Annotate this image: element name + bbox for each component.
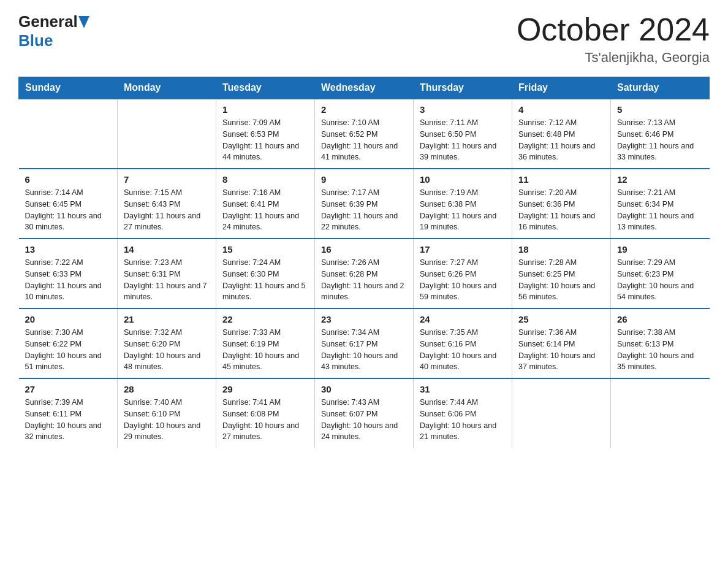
col-monday: Monday xyxy=(118,77,216,99)
day-info: Sunrise: 7:27 AM Sunset: 6:26 PM Dayligh… xyxy=(420,257,506,303)
day-info: Sunrise: 7:40 AM Sunset: 6:10 PM Dayligh… xyxy=(124,397,210,443)
day-info: Sunrise: 7:10 AM Sunset: 6:52 PM Dayligh… xyxy=(321,117,407,163)
logo-arrow-icon xyxy=(78,16,89,28)
cell-week3-day6: 26Sunrise: 7:38 AM Sunset: 6:13 PM Dayli… xyxy=(611,308,710,378)
day-number: 1 xyxy=(222,104,308,115)
day-number: 27 xyxy=(25,384,112,394)
cell-week3-day3: 23Sunrise: 7:34 AM Sunset: 6:17 PM Dayli… xyxy=(315,308,414,378)
col-tuesday: Tuesday xyxy=(216,77,315,99)
cell-week0-day6: 5Sunrise: 7:13 AM Sunset: 6:46 PM Daylig… xyxy=(611,99,710,169)
day-number: 11 xyxy=(518,174,604,185)
day-number: 15 xyxy=(222,244,308,255)
day-number: 19 xyxy=(617,244,703,255)
day-info: Sunrise: 7:41 AM Sunset: 6:08 PM Dayligh… xyxy=(222,397,308,443)
cell-week4-day0: 27Sunrise: 7:39 AM Sunset: 6:11 PM Dayli… xyxy=(19,378,118,448)
col-thursday: Thursday xyxy=(414,77,512,99)
day-number: 8 xyxy=(222,174,308,185)
day-number: 4 xyxy=(518,104,604,115)
calendar-body: 1Sunrise: 7:09 AM Sunset: 6:53 PM Daylig… xyxy=(19,99,710,448)
day-info: Sunrise: 7:33 AM Sunset: 6:19 PM Dayligh… xyxy=(222,327,308,373)
col-saturday: Saturday xyxy=(611,77,710,99)
cell-week2-day5: 18Sunrise: 7:28 AM Sunset: 6:25 PM Dayli… xyxy=(512,239,611,308)
col-wednesday: Wednesday xyxy=(315,77,414,99)
cell-week2-day0: 13Sunrise: 7:22 AM Sunset: 6:33 PM Dayli… xyxy=(19,239,118,308)
cell-week2-day6: 19Sunrise: 7:29 AM Sunset: 6:23 PM Dayli… xyxy=(611,239,710,308)
week-row-0: 1Sunrise: 7:09 AM Sunset: 6:53 PM Daylig… xyxy=(19,99,710,169)
cell-week0-day4: 3Sunrise: 7:11 AM Sunset: 6:50 PM Daylig… xyxy=(414,99,512,169)
day-number: 26 xyxy=(617,314,703,324)
day-info: Sunrise: 7:22 AM Sunset: 6:33 PM Dayligh… xyxy=(25,257,112,303)
cell-week4-day1: 28Sunrise: 7:40 AM Sunset: 6:10 PM Dayli… xyxy=(118,378,216,448)
day-number: 7 xyxy=(124,174,210,185)
cell-week3-day2: 22Sunrise: 7:33 AM Sunset: 6:19 PM Dayli… xyxy=(216,308,315,378)
day-info: Sunrise: 7:43 AM Sunset: 6:07 PM Dayligh… xyxy=(321,397,407,443)
cell-week4-day2: 29Sunrise: 7:41 AM Sunset: 6:08 PM Dayli… xyxy=(216,378,315,448)
day-info: Sunrise: 7:35 AM Sunset: 6:16 PM Dayligh… xyxy=(420,327,506,373)
col-sunday: Sunday xyxy=(19,77,118,99)
day-info: Sunrise: 7:17 AM Sunset: 6:39 PM Dayligh… xyxy=(321,187,407,233)
day-number: 5 xyxy=(617,104,703,115)
day-number: 16 xyxy=(321,244,407,255)
cell-week2-day3: 16Sunrise: 7:26 AM Sunset: 6:28 PM Dayli… xyxy=(315,239,414,308)
day-info: Sunrise: 7:30 AM Sunset: 6:22 PM Dayligh… xyxy=(25,327,112,373)
cell-week1-day2: 8Sunrise: 7:16 AM Sunset: 6:41 PM Daylig… xyxy=(216,169,315,239)
cell-week0-day1 xyxy=(118,99,216,169)
day-number: 6 xyxy=(25,174,112,185)
cell-week2-day2: 15Sunrise: 7:24 AM Sunset: 6:30 PM Dayli… xyxy=(216,239,315,308)
cell-week3-day5: 25Sunrise: 7:36 AM Sunset: 6:14 PM Dayli… xyxy=(512,308,611,378)
month-title: October 2024 xyxy=(517,12,710,47)
day-number: 20 xyxy=(25,314,112,324)
day-number: 12 xyxy=(617,174,703,185)
cell-week3-day4: 24Sunrise: 7:35 AM Sunset: 6:16 PM Dayli… xyxy=(414,308,512,378)
day-number: 28 xyxy=(124,384,210,394)
day-info: Sunrise: 7:23 AM Sunset: 6:31 PM Dayligh… xyxy=(124,257,210,303)
day-info: Sunrise: 7:24 AM Sunset: 6:30 PM Dayligh… xyxy=(222,257,308,303)
day-info: Sunrise: 7:38 AM Sunset: 6:13 PM Dayligh… xyxy=(617,327,703,373)
cell-week0-day2: 1Sunrise: 7:09 AM Sunset: 6:53 PM Daylig… xyxy=(216,99,315,169)
day-info: Sunrise: 7:11 AM Sunset: 6:50 PM Dayligh… xyxy=(420,117,506,163)
cell-week3-day1: 21Sunrise: 7:32 AM Sunset: 6:20 PM Dayli… xyxy=(118,308,216,378)
col-friday: Friday xyxy=(512,77,611,99)
logo-general-text: General xyxy=(18,12,78,31)
day-info: Sunrise: 7:34 AM Sunset: 6:17 PM Dayligh… xyxy=(321,327,407,373)
day-info: Sunrise: 7:44 AM Sunset: 6:06 PM Dayligh… xyxy=(420,397,506,443)
day-info: Sunrise: 7:21 AM Sunset: 6:34 PM Dayligh… xyxy=(617,187,703,233)
day-number: 25 xyxy=(518,314,604,324)
logo: General Blue xyxy=(18,12,89,50)
header-row: Sunday Monday Tuesday Wednesday Thursday… xyxy=(19,77,710,99)
cell-week4-day6 xyxy=(611,378,710,448)
cell-week1-day0: 6Sunrise: 7:14 AM Sunset: 6:45 PM Daylig… xyxy=(19,169,118,239)
day-info: Sunrise: 7:20 AM Sunset: 6:36 PM Dayligh… xyxy=(518,187,604,233)
day-number: 9 xyxy=(321,174,407,185)
calendar-table: Sunday Monday Tuesday Wednesday Thursday… xyxy=(18,77,710,448)
cell-week2-day1: 14Sunrise: 7:23 AM Sunset: 6:31 PM Dayli… xyxy=(118,239,216,308)
week-row-4: 27Sunrise: 7:39 AM Sunset: 6:11 PM Dayli… xyxy=(19,378,710,448)
cell-week4-day4: 31Sunrise: 7:44 AM Sunset: 6:06 PM Dayli… xyxy=(414,378,512,448)
day-info: Sunrise: 7:14 AM Sunset: 6:45 PM Dayligh… xyxy=(25,187,112,233)
day-number: 22 xyxy=(222,314,308,324)
logo-blue-text: Blue xyxy=(18,31,53,50)
day-info: Sunrise: 7:09 AM Sunset: 6:53 PM Dayligh… xyxy=(222,117,308,163)
week-row-1: 6Sunrise: 7:14 AM Sunset: 6:45 PM Daylig… xyxy=(19,169,710,239)
day-number: 3 xyxy=(420,104,506,115)
day-info: Sunrise: 7:13 AM Sunset: 6:46 PM Dayligh… xyxy=(617,117,703,163)
day-number: 24 xyxy=(420,314,506,324)
day-info: Sunrise: 7:19 AM Sunset: 6:38 PM Dayligh… xyxy=(420,187,506,233)
day-number: 10 xyxy=(420,174,506,185)
cell-week0-day0 xyxy=(19,99,118,169)
day-number: 29 xyxy=(222,384,308,394)
day-number: 23 xyxy=(321,314,407,324)
cell-week0-day5: 4Sunrise: 7:12 AM Sunset: 6:48 PM Daylig… xyxy=(512,99,611,169)
cell-week2-day4: 17Sunrise: 7:27 AM Sunset: 6:26 PM Dayli… xyxy=(414,239,512,308)
day-number: 2 xyxy=(321,104,407,115)
day-info: Sunrise: 7:16 AM Sunset: 6:41 PM Dayligh… xyxy=(222,187,308,233)
location-text: Ts'alenjikha, Georgia xyxy=(517,50,710,66)
day-info: Sunrise: 7:28 AM Sunset: 6:25 PM Dayligh… xyxy=(518,257,604,303)
cell-week0-day3: 2Sunrise: 7:10 AM Sunset: 6:52 PM Daylig… xyxy=(315,99,414,169)
cell-week1-day6: 12Sunrise: 7:21 AM Sunset: 6:34 PM Dayli… xyxy=(611,169,710,239)
cell-week1-day3: 9Sunrise: 7:17 AM Sunset: 6:39 PM Daylig… xyxy=(315,169,414,239)
day-info: Sunrise: 7:12 AM Sunset: 6:48 PM Dayligh… xyxy=(518,117,604,163)
day-number: 14 xyxy=(124,244,210,255)
title-block: October 2024 Ts'alenjikha, Georgia xyxy=(517,12,710,66)
cell-week3-day0: 20Sunrise: 7:30 AM Sunset: 6:22 PM Dayli… xyxy=(19,308,118,378)
